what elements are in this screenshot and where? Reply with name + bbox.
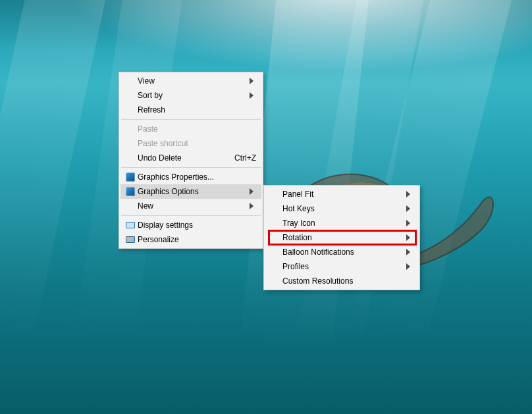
submenu-arrow-icon [250,203,256,209]
menu-item-tray-icon[interactable]: Tray Icon [265,216,418,230]
submenu-arrow-icon [250,78,256,84]
menu-divider [121,119,261,120]
intel-graphics-icon [123,186,138,197]
menu-label: Hot Keys [282,204,406,213]
blank-icon [268,189,282,199]
menu-item-sort-by[interactable]: Sort by [120,88,261,103]
graphics-options-submenu: Panel Fit Hot Keys Tray Icon Rotation Ba… [263,185,420,290]
menu-label: Display settings [138,220,250,230]
menu-label: Graphics Properties... [138,172,250,182]
menu-item-graphics-properties[interactable]: Graphics Properties... [120,170,261,184]
menu-item-profiles[interactable]: Profiles [265,259,418,274]
blank-icon [123,138,138,149]
menu-item-rotation[interactable]: Rotation [265,230,418,245]
blank-icon [123,124,138,134]
menu-label: Paste [138,124,250,134]
blank-icon [268,232,282,243]
menu-item-personalize[interactable]: Personalize [120,232,261,247]
menu-label: Sort by [138,91,250,100]
submenu-arrow-icon [406,263,413,270]
menu-item-custom-resolutions[interactable]: Custom Resolutions [265,274,418,288]
menu-item-paste-shortcut: Paste shortcut [120,136,261,151]
blank-icon [268,218,282,228]
submenu-arrow-icon [406,220,413,226]
personalize-icon [123,234,138,245]
menu-item-panel-fit[interactable]: Panel Fit [265,187,418,201]
menu-item-undo-delete[interactable]: Undo Delete Ctrl+Z [120,151,261,165]
menu-shortcut: Ctrl+Z [221,153,256,163]
blank-icon [268,261,282,272]
menu-label: Refresh [138,105,250,115]
menu-label: Profiles [282,262,406,271]
menu-label: Personalize [138,235,250,244]
blank-icon [123,153,138,163]
menu-item-refresh[interactable]: Refresh [120,103,261,117]
blank-icon [268,276,282,286]
submenu-arrow-icon [406,249,413,255]
submenu-arrow-icon [250,92,256,99]
menu-label: Balloon Notifications [282,247,406,257]
menu-label: New [138,201,250,211]
menu-item-view[interactable]: View [120,74,261,88]
blank-icon [123,201,138,211]
menu-item-paste: Paste [120,122,261,136]
desktop-context-menu: View Sort by Refresh Paste Paste shortcu… [119,72,263,249]
menu-label: Graphics Options [138,187,250,196]
blank-icon [268,247,282,257]
blank-icon [123,90,138,101]
menu-divider [121,167,261,168]
blank-icon [123,105,138,115]
display-icon [123,220,138,230]
menu-item-balloon-notifications[interactable]: Balloon Notifications [265,245,418,259]
menu-label: Paste shortcut [138,139,250,148]
menu-label: Rotation [282,233,406,242]
menu-divider [121,215,261,216]
menu-item-graphics-options[interactable]: Graphics Options [120,184,261,199]
submenu-arrow-icon [406,205,413,212]
intel-graphics-icon [123,172,138,182]
menu-label: View [138,76,250,86]
menu-item-new[interactable]: New [120,199,261,213]
blank-icon [123,76,138,86]
menu-label: Tray Icon [282,219,406,228]
menu-item-display-settings[interactable]: Display settings [120,218,261,232]
submenu-arrow-icon [250,188,256,195]
menu-label: Custom Resolutions [282,276,406,286]
blank-icon [268,203,282,214]
menu-label: Panel Fit [282,190,406,199]
menu-label: Undo Delete [138,153,221,163]
submenu-arrow-icon [406,191,413,197]
submenu-arrow-icon [406,234,413,241]
menu-item-hot-keys[interactable]: Hot Keys [265,201,418,216]
